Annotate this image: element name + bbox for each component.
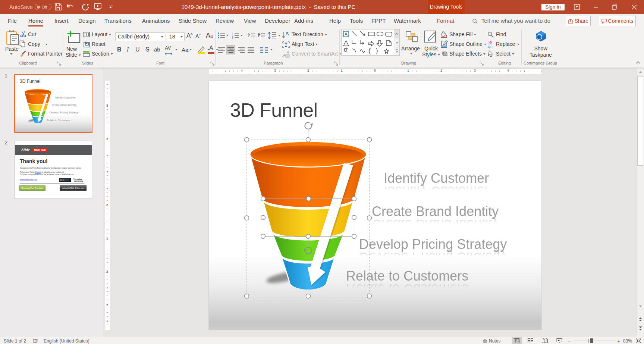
svg-text:A: A: [345, 32, 348, 36]
svg-text:c: c: [490, 44, 493, 49]
svg-text:3: 3: [232, 37, 233, 39]
